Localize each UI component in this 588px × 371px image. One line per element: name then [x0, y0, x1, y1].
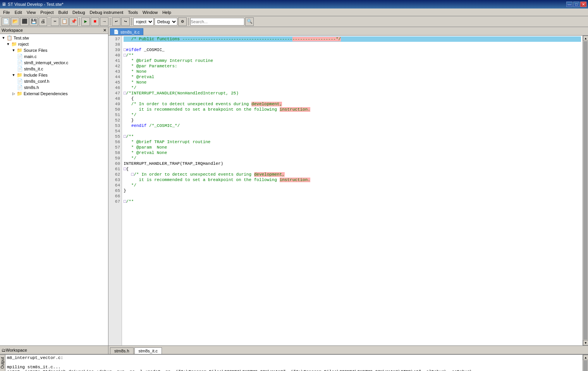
code-editor: 37 38 39 40 41 42 43 44 45 46 47 48 49 5… — [108, 36, 588, 345]
code-line-53: #endif /*_COSMIC_*/ — [124, 123, 581, 128]
output-line-4: cstm8 -istm8s_Stdperiph_driver\inc +debu… — [7, 369, 581, 371]
toolbar-sep-4 — [131, 18, 132, 26]
workspace-tab-icon: 🗂 — [2, 348, 6, 352]
code-line-43: * None — [124, 69, 581, 74]
output-area: Output m8_interrupt_vector.c: mpiling st… — [0, 354, 588, 371]
workspace-close-icon[interactable]: ✕ — [103, 28, 107, 33]
minimize-button[interactable]: — — [566, 2, 573, 7]
menu-item-build[interactable]: Build — [56, 9, 70, 15]
editor-scrollbar-v[interactable]: ▲ ▼ — [583, 36, 588, 345]
tab-label: stm8s.h — [114, 349, 129, 353]
file-icon: 📋 — [7, 35, 12, 41]
search-input[interactable] — [190, 18, 244, 26]
title-bar: 🖥 ST Visual Develop - Test.stw* — □ ✕ — [0, 0, 588, 9]
debug-button[interactable]: → — [100, 17, 108, 26]
close-file-button[interactable]: ⬛ — [20, 17, 29, 26]
tree-label: stm8s_it.c — [24, 67, 43, 71]
line-num-54: 54 — [108, 128, 122, 134]
editor-tab-stm8s-h[interactable]: stm8s.h — [110, 347, 134, 354]
menu-item-view[interactable]: View — [24, 9, 38, 15]
code-line-63: it is recommended to set a breakpoint on… — [124, 177, 581, 183]
workspace-tree: ▼ 📋 Test.stw ▼ 📁 roject ▼ 📁 Source Files… — [0, 34, 108, 345]
output-scroll-thumb[interactable] — [583, 361, 588, 371]
code-line-46: */ — [124, 85, 581, 91]
editor-bottom-tabs: stm8s.h stm8s_it.c — [108, 345, 588, 354]
paste-button[interactable]: 📌 — [69, 17, 78, 26]
tree-item-stm8s-h[interactable]: 📄 stm8s.h — [1, 84, 107, 91]
tree-item-include-files[interactable]: ▼ 📁 Include Files — [1, 72, 107, 78]
tree-item-interrupt-vector[interactable]: 📄 stm8_interrupt_vector.c — [1, 60, 107, 66]
editor-top-tab-stm8s-it[interactable]: 📄 stm8s_it.c — [110, 28, 143, 35]
folder-icon: 📁 — [17, 48, 22, 53]
c-file-icon: 📄 — [17, 60, 23, 65]
code-line-61: □{ — [124, 166, 581, 172]
undo-button[interactable]: ↩ — [112, 17, 120, 26]
stop-build-button[interactable]: ■ — [91, 17, 99, 26]
toolbar-sep-2 — [79, 18, 80, 26]
tab-label: stm8s_it.c — [120, 30, 140, 34]
maximize-button[interactable]: □ — [573, 2, 579, 7]
cut-button[interactable]: ✂ — [51, 17, 59, 26]
project-dropdown[interactable]: roject — [133, 18, 154, 26]
tree-item-external-deps[interactable]: ▷ 📁 External Dependencies — [1, 91, 107, 97]
menu-item-edit[interactable]: Edit — [12, 9, 24, 15]
tree-toggle[interactable]: ▼ — [12, 48, 15, 52]
output-scrollbar-v[interactable]: ▲ ▼ — [583, 355, 588, 371]
tree-toggle[interactable]: ▼ — [6, 42, 10, 46]
workspace-tab[interactable]: 🗂 Workspace — [0, 345, 108, 354]
open-button[interactable]: 📂 — [11, 17, 19, 26]
build-button[interactable]: ▶ — [81, 17, 90, 26]
menu-item-help[interactable]: Help — [160, 9, 174, 15]
workspace-tab-label: Workspace — [6, 348, 27, 352]
scroll-thumb[interactable] — [583, 41, 588, 340]
tree-toggle[interactable]: ▷ — [12, 92, 15, 96]
menu-item-tools[interactable]: Tools — [126, 9, 140, 15]
tree-toggle[interactable]: ▼ — [12, 73, 15, 77]
output-scroll-up[interactable]: ▲ — [583, 355, 588, 360]
code-line-37: /* Public functions --------------------… — [124, 36, 581, 42]
search-go-button[interactable]: 🔍 — [245, 17, 254, 26]
new-button[interactable]: 📄 — [2, 17, 10, 26]
code-line-47: □/*INTERRUPT_HANDLER(NonHandledInterrupt… — [124, 91, 581, 96]
code-line-65: } — [124, 188, 581, 193]
code-line-59: */ — [124, 156, 581, 161]
redo-button[interactable]: ↪ — [121, 17, 130, 26]
tree-item-teststw[interactable]: ▼ 📋 Test.stw — [1, 35, 107, 41]
line-num-61: 61 — [108, 166, 122, 172]
main-area: Workspace ✕ ▼ 📋 Test.stw ▼ 📁 roject ▼ 📁 … — [0, 27, 588, 354]
tree-item-project[interactable]: ▼ 📁 roject — [1, 41, 107, 47]
tree-item-stm8s-it[interactable]: 📄 stm8s_it.c — [1, 66, 107, 72]
line-num-60: 60 — [108, 161, 122, 166]
workspace-panel: Workspace ✕ ▼ 📋 Test.stw ▼ 📁 roject ▼ 📁 … — [0, 27, 108, 354]
code-line-60: INTERRUPT_HANDLER_TRAP(TRAP_IRQHandler) — [124, 161, 581, 166]
close-button[interactable]: ✕ — [580, 2, 586, 7]
output-content[interactable]: m8_interrupt_vector.c: mpiling stm8s_it.… — [5, 355, 583, 371]
print-button[interactable]: 🖨 — [39, 17, 47, 26]
settings-button[interactable]: ⚙ — [178, 17, 187, 26]
tree-item-source-files[interactable]: ▼ 📁 Source Files — [1, 47, 107, 53]
scroll-down-arrow[interactable]: ▼ — [583, 340, 588, 345]
menu-item-debug-instrument[interactable]: Debug instrument — [88, 9, 126, 15]
code-line-56: * @brief TRAP Interrupt routine — [124, 139, 581, 145]
output-line-3: mpiling stm8s_it.c... — [7, 365, 581, 369]
menu-item-file[interactable]: File — [1, 9, 12, 15]
c-file-icon: 📄 — [17, 66, 23, 72]
editor-tab-stm8s-it[interactable]: stm8s_it.c — [134, 347, 162, 354]
save-button[interactable]: 💾 — [29, 17, 38, 26]
line-num-44: 44 — [108, 74, 122, 80]
tree-item-mainc[interactable]: 📄 main.c — [1, 53, 107, 60]
workspace-title: Workspace — [2, 28, 23, 33]
config-dropdown[interactable]: Debug — [155, 18, 177, 26]
tree-item-stm8s-conf[interactable]: 📄 stm8s_conf.h — [1, 78, 107, 84]
tree-toggle[interactable]: ▼ — [2, 36, 5, 40]
menu-item-project[interactable]: Project — [38, 9, 56, 15]
code-line-57: * @param None — [124, 145, 581, 150]
menu-item-window[interactable]: Window — [140, 9, 160, 15]
code-line-52: } — [124, 118, 581, 123]
line-num-46: 46 — [108, 85, 122, 91]
scroll-up-arrow[interactable]: ▲ — [583, 36, 588, 41]
code-content[interactable]: /* Public functions --------------------… — [122, 36, 583, 345]
menu-item-debug[interactable]: Debug — [70, 9, 87, 15]
copy-button[interactable]: 📋 — [60, 17, 69, 26]
line-num-59: 59 — [108, 156, 122, 161]
